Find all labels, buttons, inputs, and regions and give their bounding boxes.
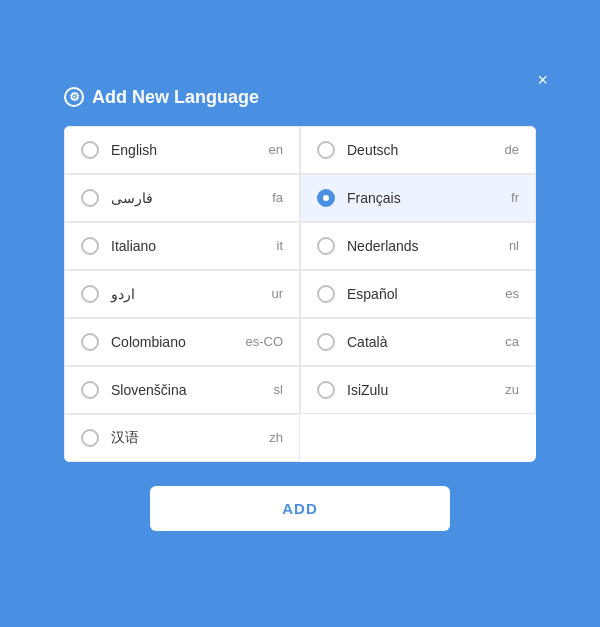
lang-code-it: it <box>277 238 284 253</box>
lang-code-fa: fa <box>272 190 283 205</box>
lang-item-sl[interactable]: Slovenščina sl <box>64 366 300 414</box>
lang-item-es-CO[interactable]: Colombiano es-CO <box>64 318 300 366</box>
radio-zu <box>317 381 335 399</box>
add-button[interactable]: ADD <box>150 486 450 531</box>
lang-code-es: es <box>505 286 519 301</box>
lang-item-it[interactable]: Italiano it <box>64 222 300 270</box>
settings-icon: ⚙ <box>64 87 84 107</box>
radio-es-CO <box>81 333 99 351</box>
lang-code-fr: fr <box>511 190 519 205</box>
lang-code-nl: nl <box>509 238 519 253</box>
lang-name-ur: اردو <box>111 286 259 302</box>
lang-name-nl: Nederlands <box>347 238 497 254</box>
lang-code-zu: zu <box>505 382 519 397</box>
lang-item-zh[interactable]: 汉语 zh <box>64 414 300 462</box>
lang-item-fr[interactable]: Français fr <box>300 174 536 222</box>
lang-name-fa: فارسی <box>111 190 260 206</box>
radio-ur <box>81 285 99 303</box>
radio-en <box>81 141 99 159</box>
lang-name-es: Español <box>347 286 493 302</box>
languages-grid: English en Deutsch de فارسی fa Français … <box>64 126 536 462</box>
radio-de <box>317 141 335 159</box>
radio-nl <box>317 237 335 255</box>
lang-name-fr: Français <box>347 190 499 206</box>
radio-es <box>317 285 335 303</box>
lang-code-es-CO: es-CO <box>245 334 283 349</box>
radio-sl <box>81 381 99 399</box>
close-button[interactable]: × <box>529 67 556 93</box>
lang-name-zh: 汉语 <box>111 429 257 447</box>
lang-name-it: Italiano <box>111 238 265 254</box>
lang-name-ca: Català <box>347 334 493 350</box>
lang-item-ca[interactable]: Català ca <box>300 318 536 366</box>
lang-code-ur: ur <box>271 286 283 301</box>
lang-name-en: English <box>111 142 257 158</box>
lang-name-zu: IsiZulu <box>347 382 493 398</box>
lang-name-de: Deutsch <box>347 142 493 158</box>
add-language-dialog: × ⚙ Add New Language English en Deutsch … <box>40 67 560 561</box>
lang-item-en[interactable]: English en <box>64 126 300 174</box>
lang-item-empty <box>300 414 536 462</box>
lang-name-sl: Slovenščina <box>111 382 262 398</box>
radio-fr <box>317 189 335 207</box>
lang-code-ca: ca <box>505 334 519 349</box>
dialog-title: ⚙ Add New Language <box>64 87 536 108</box>
radio-fa <box>81 189 99 207</box>
radio-ca <box>317 333 335 351</box>
lang-name-es-CO: Colombiano <box>111 334 233 350</box>
lang-code-zh: zh <box>269 430 283 445</box>
radio-it <box>81 237 99 255</box>
lang-code-de: de <box>505 142 519 157</box>
lang-item-de[interactable]: Deutsch de <box>300 126 536 174</box>
radio-zh <box>81 429 99 447</box>
lang-code-en: en <box>269 142 283 157</box>
lang-item-nl[interactable]: Nederlands nl <box>300 222 536 270</box>
lang-item-zu[interactable]: IsiZulu zu <box>300 366 536 414</box>
lang-code-sl: sl <box>274 382 283 397</box>
lang-item-fa[interactable]: فارسی fa <box>64 174 300 222</box>
lang-item-ur[interactable]: اردو ur <box>64 270 300 318</box>
lang-item-es[interactable]: Español es <box>300 270 536 318</box>
